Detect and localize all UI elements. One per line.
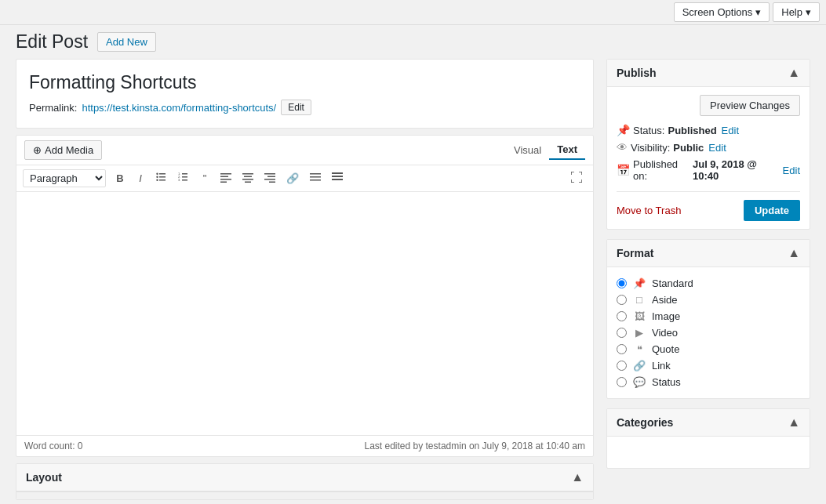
help-button[interactable]: Help ▾	[773, 2, 820, 22]
ordered-list-button[interactable]: 1.2.3.	[173, 169, 194, 188]
svg-rect-28	[332, 176, 343, 177]
word-count-value: 0	[78, 441, 83, 451]
insert-more-button[interactable]	[305, 169, 326, 188]
svg-rect-14	[220, 179, 231, 180]
layout-section-title: Layout	[26, 471, 62, 484]
published-row: 📅 Published on: Jul 9, 2018 @ 10:40 Edit	[617, 158, 800, 182]
svg-point-3	[156, 173, 158, 175]
layout-scrollbar[interactable]	[16, 491, 593, 499]
layout-section: Layout ▲	[16, 463, 594, 500]
visibility-edit-link[interactable]: Edit	[708, 142, 726, 154]
screen-options-button[interactable]: Screen Options ▾	[674, 2, 770, 22]
svg-rect-22	[264, 179, 275, 180]
page-title: Edit Post	[16, 31, 88, 53]
categories-chevron-icon: ▲	[788, 415, 800, 430]
move-to-trash-link[interactable]: Move to Trash	[617, 205, 681, 216]
chevron-down-icon: ▾	[755, 6, 761, 18]
post-title-box: Permalink: https://test.kinsta.com/forma…	[16, 59, 594, 129]
align-right-button[interactable]	[260, 169, 280, 188]
categories-box-body	[607, 437, 810, 468]
last-edited-text: Last edited by testadmin on July 9, 2018…	[364, 441, 585, 451]
format-item-quote[interactable]: ❝Quote	[617, 341, 800, 357]
layout-section-header[interactable]: Layout ▲	[16, 464, 593, 491]
blockquote-button[interactable]: "	[195, 169, 214, 187]
format-item-image[interactable]: 🖼Image	[617, 308, 800, 325]
svg-point-5	[156, 179, 158, 181]
tab-visual[interactable]: Visual	[506, 140, 549, 160]
published-edit-link[interactable]: Edit	[783, 165, 800, 176]
status-edit-link[interactable]: Edit	[722, 125, 739, 136]
format-box-body: 📌Standard□Aside🖼Image▶Video❝Quote🔗Link💬S…	[607, 267, 810, 398]
word-count-label: Word count: 0	[24, 441, 83, 451]
published-value: Jul 9, 2018 @ 10:40	[693, 158, 778, 182]
format-item-standard[interactable]: 📌Standard	[617, 275, 800, 292]
svg-rect-16	[242, 173, 253, 175]
format-radio-video[interactable]	[617, 328, 627, 338]
insert-link-button[interactable]: 🔗	[282, 169, 304, 187]
editor-content-area[interactable]	[16, 192, 593, 435]
svg-rect-27	[332, 172, 343, 174]
svg-rect-20	[264, 173, 275, 175]
format-radio-aside[interactable]	[617, 295, 627, 305]
format-box-title: Format	[617, 247, 653, 259]
italic-button[interactable]: I	[131, 169, 150, 187]
align-left-button[interactable]	[216, 169, 236, 188]
fullscreen-button[interactable]	[566, 169, 587, 188]
svg-rect-21	[267, 176, 275, 178]
format-radio-quote[interactable]	[617, 344, 627, 354]
publish-box-header[interactable]: Publish ▲	[607, 60, 810, 87]
add-media-button[interactable]: ⊕ Add Media	[24, 140, 102, 160]
format-box: Format ▲ 📌Standard□Aside🖼Image▶Video❝Quo…	[606, 239, 810, 399]
editor-box: ⊕ Add Media Visual Text ParagraphHeading…	[16, 135, 594, 457]
align-center-button[interactable]	[238, 169, 258, 188]
unordered-list-button[interactable]	[151, 169, 172, 188]
permalink-link[interactable]: https://test.kinsta.com/formatting-short…	[82, 102, 276, 114]
svg-rect-24	[310, 176, 321, 178]
visibility-label: Visibility:	[631, 142, 670, 154]
toggle-toolbar-button[interactable]	[327, 169, 348, 188]
format-radio-standard[interactable]	[617, 278, 627, 288]
permalink-edit-button[interactable]: Edit	[281, 100, 311, 115]
format-box-header[interactable]: Format ▲	[607, 240, 810, 267]
format-item-link[interactable]: 🔗Link	[617, 357, 800, 374]
editor-tabs-row: ⊕ Add Media Visual Text	[16, 136, 593, 165]
quote-format-icon: ❝	[633, 343, 646, 355]
svg-rect-25	[310, 173, 321, 175]
top-bar: Screen Options ▾ Help ▾	[0, 0, 826, 25]
update-button[interactable]: Update	[744, 200, 800, 221]
preview-changes-button[interactable]: Preview Changes	[700, 95, 800, 116]
format-radio-image[interactable]	[617, 311, 627, 321]
format-label-standard: Standard	[652, 277, 693, 289]
svg-rect-29	[332, 179, 343, 180]
standard-format-icon: 📌	[633, 277, 646, 289]
status-icon: 📌	[617, 124, 630, 136]
format-select[interactable]: ParagraphHeading 1Heading 2Heading 3Head…	[23, 169, 106, 187]
page-header: Edit Post Add New	[0, 25, 826, 59]
publish-box-body: Preview Changes 📌 Status: Published Edit…	[607, 87, 810, 229]
categories-box-title: Categories	[617, 416, 673, 429]
screen-options-label: Screen Options	[682, 6, 753, 18]
add-media-label: Add Media	[45, 144, 93, 156]
bold-button[interactable]: B	[111, 169, 129, 187]
left-column: Permalink: https://test.kinsta.com/forma…	[16, 59, 594, 500]
svg-rect-26	[310, 179, 321, 181]
tab-text[interactable]: Text	[549, 140, 585, 160]
post-title-input[interactable]	[29, 72, 580, 93]
format-label-link: Link	[652, 360, 671, 372]
visibility-icon: 👁	[617, 141, 628, 154]
add-media-icon: ⊕	[33, 144, 42, 156]
svg-rect-8	[182, 179, 187, 181]
svg-text:3.: 3.	[178, 178, 180, 182]
format-item-aside[interactable]: □Aside	[617, 292, 800, 308]
format-item-status[interactable]: 💬Status	[617, 374, 800, 390]
svg-rect-18	[242, 179, 253, 180]
categories-box-header[interactable]: Categories ▲	[607, 409, 810, 437]
status-row: 📌 Status: Published Edit	[617, 124, 800, 136]
add-new-button[interactable]: Add New	[97, 32, 156, 52]
format-radio-link[interactable]	[617, 361, 627, 371]
chevron-down-icon: ▾	[806, 6, 811, 18]
svg-rect-1	[159, 176, 166, 178]
format-label-aside: Aside	[652, 294, 678, 306]
format-radio-status[interactable]	[617, 377, 627, 387]
format-item-video[interactable]: ▶Video	[617, 325, 800, 341]
